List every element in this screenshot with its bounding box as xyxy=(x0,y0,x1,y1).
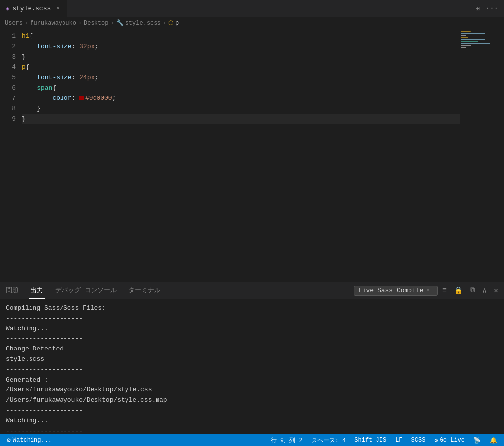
bell-icon: 🔔 xyxy=(490,437,497,444)
tab-shutsuryoku[interactable]: 出力 xyxy=(29,282,45,299)
code-editor[interactable]: h1{ font-size: 32px; } p{ font-size: 24p… xyxy=(20,29,460,282)
panel: 問題 出力 デバッグ コンソール ターミナル Live Sass Compile… xyxy=(0,282,504,434)
tab-mondai[interactable]: 問題 xyxy=(4,282,21,299)
language-label: SCSS xyxy=(411,437,426,444)
tab-style-scss[interactable]: ◈ style.scss × xyxy=(0,0,68,17)
close-panel-icon[interactable]: ✕ xyxy=(492,285,500,296)
watching-label: Watching... xyxy=(13,437,52,444)
panel-actions: Live Sass Compile ▾ ≡ 🔒 ⧉ ∧ ✕ xyxy=(354,285,500,296)
line-num-2: 2 xyxy=(5,41,16,52)
lock-output-icon[interactable]: 🔒 xyxy=(452,285,465,296)
output-line-10: /Users/furukawayouko/Desktop/style.css.m… xyxy=(6,395,498,406)
tab-bar-actions: ⊞ ··· xyxy=(473,2,504,15)
copy-output-icon[interactable]: ⧉ xyxy=(468,285,477,296)
code-line-2: font-size: 32px; xyxy=(22,41,460,52)
line-num-5: 5 xyxy=(5,72,16,83)
line-num-3: 3 xyxy=(5,52,16,62)
panel-output-content: Compiling Sass/Scss Files: -------------… xyxy=(0,299,504,434)
output-line-7: -------------------- xyxy=(6,365,498,375)
tab-filename: style.scss xyxy=(12,5,51,12)
code-line-7: color: #9c0000; xyxy=(22,93,460,103)
scrollbar-track[interactable] xyxy=(499,29,504,282)
line-numbers: 1 2 3 4 5 6 7 8 9 xyxy=(0,29,20,282)
output-line-12: Watching... xyxy=(6,416,498,426)
notifications-button[interactable]: 🔔 xyxy=(488,437,499,444)
language-mode[interactable]: SCSS xyxy=(410,437,428,444)
output-line-11: -------------------- xyxy=(6,406,498,416)
breadcrumb-desktop[interactable]: Desktop xyxy=(84,20,108,27)
line-num-7: 7 xyxy=(5,93,16,103)
code-line-9: } xyxy=(22,114,460,124)
list-output-icon[interactable]: ≡ xyxy=(441,286,449,296)
go-live-button[interactable]: ⚙ Go Live xyxy=(432,437,467,444)
more-actions-icon[interactable]: ··· xyxy=(484,2,500,14)
status-bar: ⚙ Watching... 行 9、列 2 スペース: 4 Shift JIS … xyxy=(0,434,504,446)
line-ending[interactable]: LF xyxy=(393,437,404,444)
breadcrumb-file[interactable]: style.scss xyxy=(126,20,161,27)
code-line-4: p{ xyxy=(22,62,460,72)
tab-bar: ◈ style.scss × ⊞ ··· xyxy=(0,0,504,17)
output-line-13: -------------------- xyxy=(6,426,498,434)
line-num-1: 1 xyxy=(5,31,16,41)
code-line-8: } xyxy=(22,103,460,114)
broadcast-icon: 📡 xyxy=(473,437,481,444)
cursor-position[interactable]: 行 9、列 2 xyxy=(269,436,305,445)
breadcrumb-selector-icon: ⬡ xyxy=(168,19,173,27)
breadcrumb-user[interactable]: furukawayouko xyxy=(30,20,76,27)
breadcrumb-current[interactable]: p xyxy=(175,20,179,27)
indentation[interactable]: スペース: 4 xyxy=(310,436,348,445)
watching-icon: ⚙ xyxy=(7,436,11,444)
status-right: 行 9、列 2 スペース: 4 Shift JIS LF SCSS ⚙ Go L… xyxy=(269,436,499,445)
line-num-4: 4 xyxy=(5,62,16,72)
output-line-3: Watching... xyxy=(6,324,498,334)
breadcrumb: Users › furukawayouko › Desktop › 🔧 styl… xyxy=(0,17,504,29)
output-line-9: /Users/furukawayouko/Desktop/style.css xyxy=(6,385,498,395)
output-line-6: style.scss xyxy=(6,354,498,365)
output-line-4: -------------------- xyxy=(6,334,498,344)
tab-debug-console[interactable]: デバッグ コンソール xyxy=(53,282,119,299)
position-label: 行 9、列 2 xyxy=(271,436,303,445)
encoding[interactable]: Shift JIS xyxy=(352,437,388,444)
go-live-label: Go Live xyxy=(440,437,465,444)
line-num-9: 9 xyxy=(5,114,16,124)
dropdown-arrow-icon: ▾ xyxy=(427,287,430,293)
panel-tab-bar: 問題 出力 デバッグ コンソール ターミナル Live Sass Compile… xyxy=(0,282,504,299)
spaces-label: スペース: 4 xyxy=(312,436,346,445)
split-editor-icon[interactable]: ⊞ xyxy=(473,2,481,15)
breadcrumb-scss-icon: 🔧 xyxy=(116,19,124,27)
tab-close-button[interactable]: × xyxy=(54,4,62,12)
collapse-panel-icon[interactable]: ∧ xyxy=(480,285,489,296)
status-left: ⚙ Watching... xyxy=(5,436,263,444)
editor-area: 1 2 3 4 5 6 7 8 9 h1{ font-size: 32px; }… xyxy=(0,29,504,282)
output-source-dropdown[interactable]: Live Sass Compile ▾ xyxy=(354,286,438,296)
output-line-2: -------------------- xyxy=(6,314,498,324)
scss-icon: ◈ xyxy=(6,5,9,12)
code-line-1: h1{ xyxy=(22,31,460,41)
color-swatch[interactable] xyxy=(79,96,84,100)
encoding-label: Shift JIS xyxy=(354,437,386,444)
go-live-icon: ⚙ xyxy=(434,437,438,444)
cursor xyxy=(26,115,26,124)
tab-terminal[interactable]: ターミナル xyxy=(126,282,162,299)
output-line-8: Generated : xyxy=(6,375,498,385)
output-line-1: Compiling Sass/Scss Files: xyxy=(6,303,498,314)
breadcrumb-users[interactable]: Users xyxy=(5,20,23,27)
broadcast-icon-btn[interactable]: 📡 xyxy=(472,437,483,444)
output-line-5: Change Detected... xyxy=(6,344,498,354)
line-num-8: 8 xyxy=(5,103,16,114)
line-num-6: 6 xyxy=(5,83,16,93)
code-line-3: } xyxy=(22,52,460,62)
line-ending-label: LF xyxy=(395,437,402,444)
code-line-5: font-size: 24px; xyxy=(22,72,460,83)
code-line-6: span{ xyxy=(22,83,460,93)
minimap xyxy=(460,29,499,282)
watching-status[interactable]: ⚙ Watching... xyxy=(5,436,54,444)
